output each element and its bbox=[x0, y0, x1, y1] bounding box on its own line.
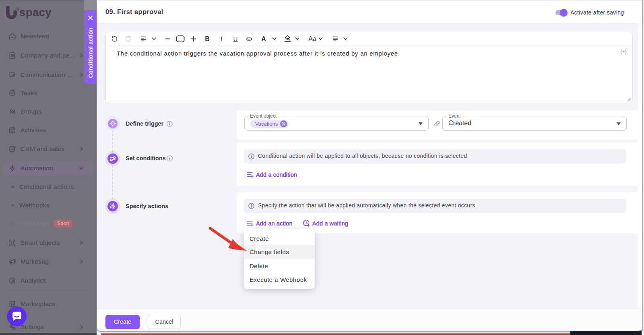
svg-text:spacy: spacy bbox=[19, 6, 52, 19]
